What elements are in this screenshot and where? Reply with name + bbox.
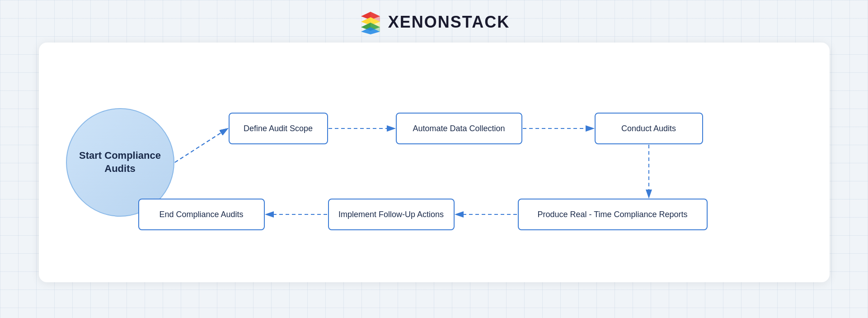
conduct-audits-node: Conduct Audits	[595, 113, 703, 144]
flow-container: Start ComplianceAudits Define Audit Scop…	[39, 43, 830, 282]
conduct-audits-label: Conduct Audits	[621, 124, 676, 133]
implement-followup-node: Implement Follow-Up Actions	[328, 199, 455, 230]
svg-line-8	[175, 128, 228, 162]
flow-diagram-card: Start ComplianceAudits Define Audit Scop…	[39, 43, 830, 282]
automate-data-collection-label: Automate Data Collection	[413, 124, 505, 133]
produce-reports-node: Produce Real - Time Compliance Reports	[518, 199, 708, 230]
define-audit-scope-node: Define Audit Scope	[229, 113, 328, 144]
end-compliance-audits-node: End Compliance Audits	[138, 199, 265, 230]
produce-reports-label: Produce Real - Time Compliance Reports	[537, 210, 687, 219]
end-compliance-audits-label: End Compliance Audits	[159, 210, 243, 219]
page-header: XENONSTACK	[358, 0, 510, 43]
define-audit-scope-label: Define Audit Scope	[244, 124, 313, 133]
implement-followup-label: Implement Follow-Up Actions	[338, 210, 444, 219]
logo-text: XENONSTACK	[388, 13, 510, 32]
start-node-label: Start ComplianceAudits	[79, 149, 161, 175]
svg-line-9	[175, 128, 228, 162]
logo-icon	[358, 10, 383, 34]
automate-data-collection-node: Automate Data Collection	[396, 113, 522, 144]
